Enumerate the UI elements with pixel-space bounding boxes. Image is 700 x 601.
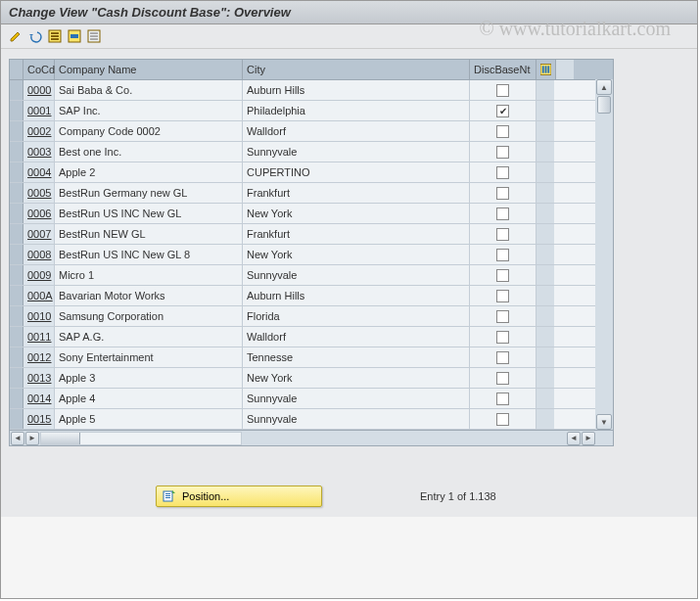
cell-cocd[interactable]: 000A: [23, 286, 55, 305]
cell-cocd[interactable]: 0003: [23, 142, 55, 162]
cell-cocd[interactable]: 0007: [23, 224, 55, 244]
cell-pad: [537, 121, 554, 141]
disc-checkbox[interactable]: [496, 187, 509, 200]
table-row[interactable]: 0015Apple 5Sunnyvale: [10, 409, 613, 430]
table-row[interactable]: 0012Sony EntertainmentTennesse: [10, 347, 613, 368]
cell-cocd[interactable]: 0012: [23, 347, 55, 367]
row-selector[interactable]: [10, 183, 23, 203]
table-row[interactable]: 0003Best one Inc.Sunnyvale: [10, 142, 613, 162]
cell-cocd[interactable]: 0011: [23, 327, 55, 347]
row-selector[interactable]: [10, 327, 23, 347]
table-row[interactable]: 0011SAP A.G.Walldorf: [10, 327, 613, 347]
col-header-city[interactable]: City: [243, 60, 470, 79]
position-button[interactable]: Position...: [156, 485, 322, 507]
scroll-thumb-vertical[interactable]: [597, 96, 611, 114]
cell-cocd[interactable]: 0013: [23, 368, 55, 388]
row-selector[interactable]: [10, 121, 23, 141]
cell-cocd[interactable]: 0002: [23, 121, 55, 141]
cell-cocd[interactable]: 0010: [23, 306, 55, 326]
disc-checkbox[interactable]: [496, 393, 509, 405]
cell-name: Sai Baba & Co.: [55, 80, 243, 100]
scroll-down-icon[interactable]: ▼: [596, 414, 612, 430]
disc-checkbox[interactable]: [496, 413, 509, 426]
table-row[interactable]: 0002Company Code 0002Walldorf: [10, 121, 613, 142]
hscroll-left-icon[interactable]: ◄: [11, 432, 24, 445]
edit-icon[interactable]: [7, 27, 24, 45]
table-row[interactable]: 0009Micro 1Sunnyvale: [10, 265, 613, 286]
scroll-up-icon[interactable]: ▲: [596, 79, 612, 95]
col-header-cocd[interactable]: CoCd: [23, 60, 55, 79]
disc-checkbox[interactable]: [496, 208, 509, 220]
disc-checkbox[interactable]: [496, 125, 509, 138]
row-selector[interactable]: [10, 245, 23, 264]
vertical-scrollbar[interactable]: ▲ ▼: [595, 79, 613, 430]
table-row[interactable]: 0005BestRun Germany new GLFrankfurt: [10, 183, 613, 204]
cell-disc: [470, 389, 537, 408]
row-selector[interactable]: [10, 80, 23, 100]
disc-checkbox[interactable]: [496, 372, 509, 385]
footer: Position... Entry 1 of 1.138: [9, 485, 689, 507]
undo-icon[interactable]: [26, 27, 44, 45]
disc-checkbox[interactable]: ✔: [496, 105, 509, 117]
table-row[interactable]: 0006BestRun US INC New GLNew York: [10, 204, 613, 224]
table-row[interactable]: 000ABavarian Motor WorksAuburn Hills: [10, 286, 613, 306]
cell-cocd[interactable]: 0000: [23, 80, 55, 100]
row-selector[interactable]: [10, 142, 23, 162]
hscroll-left2-icon[interactable]: ◄: [567, 432, 581, 445]
hscroll-right2-icon[interactable]: ►: [582, 432, 595, 445]
table-row[interactable]: 0007BestRun NEW GLFrankfurt: [10, 224, 613, 245]
cell-name: Apple 3: [55, 368, 243, 388]
svg-rect-12: [545, 66, 547, 72]
disc-checkbox[interactable]: [496, 351, 509, 364]
table-row[interactable]: 0010Samsung CorporationFlorida: [10, 306, 613, 327]
row-selector[interactable]: [10, 265, 23, 285]
cell-cocd[interactable]: 0009: [23, 265, 55, 285]
disc-checkbox[interactable]: [496, 269, 509, 282]
table-row[interactable]: 0001SAP Inc.Philadelphia✔: [10, 101, 613, 121]
row-selector[interactable]: [10, 347, 23, 367]
cell-cocd[interactable]: 0004: [23, 162, 55, 182]
select-block-icon[interactable]: [66, 27, 83, 45]
disc-checkbox[interactable]: [496, 310, 509, 323]
col-header-selector[interactable]: [10, 60, 23, 79]
row-selector[interactable]: [10, 368, 23, 388]
row-selector[interactable]: [10, 101, 23, 120]
table-row[interactable]: 0004Apple 2CUPERTINO: [10, 162, 613, 183]
disc-checkbox[interactable]: [496, 290, 509, 302]
hscroll-right-icon[interactable]: ►: [25, 432, 39, 445]
table-config-icon[interactable]: [537, 60, 556, 79]
row-selector[interactable]: [10, 162, 23, 182]
cell-cocd[interactable]: 0001: [23, 101, 55, 120]
disc-checkbox[interactable]: [496, 166, 509, 179]
cell-cocd[interactable]: 0006: [23, 204, 55, 223]
cell-disc: [470, 368, 537, 388]
hscroll-track-left[interactable]: [40, 432, 242, 445]
disc-checkbox[interactable]: [496, 146, 509, 159]
table-row[interactable]: 0008BestRun US INC New GL 8New York: [10, 245, 613, 265]
disc-checkbox[interactable]: [496, 84, 509, 97]
select-all-icon[interactable]: [46, 27, 64, 45]
table-row[interactable]: 0013Apple 3New York: [10, 368, 613, 389]
table-row[interactable]: 0000Sai Baba & Co.Auburn Hills: [10, 80, 613, 101]
row-selector[interactable]: [10, 389, 23, 408]
row-selector[interactable]: [10, 286, 23, 305]
disc-checkbox[interactable]: [496, 228, 509, 241]
row-selector[interactable]: [10, 306, 23, 326]
hscroll-thumb[interactable]: [41, 433, 80, 444]
cell-cocd[interactable]: 0008: [23, 245, 55, 264]
cell-disc: ✔: [470, 101, 537, 120]
row-selector[interactable]: [10, 224, 23, 244]
row-selector[interactable]: [10, 409, 23, 429]
cell-cocd[interactable]: 0015: [23, 409, 55, 429]
col-header-disc[interactable]: DiscBaseNt: [470, 60, 537, 79]
svg-rect-17: [165, 497, 170, 498]
cell-disc: [470, 327, 537, 347]
col-header-name[interactable]: Company Name: [55, 60, 243, 79]
disc-checkbox[interactable]: [496, 249, 509, 261]
disc-checkbox[interactable]: [496, 331, 509, 344]
cell-cocd[interactable]: 0005: [23, 183, 55, 203]
table-row[interactable]: 0014Apple 4Sunnyvale: [10, 389, 613, 409]
cell-cocd[interactable]: 0014: [23, 389, 55, 408]
row-selector[interactable]: [10, 204, 23, 223]
deselect-icon[interactable]: [85, 27, 103, 45]
